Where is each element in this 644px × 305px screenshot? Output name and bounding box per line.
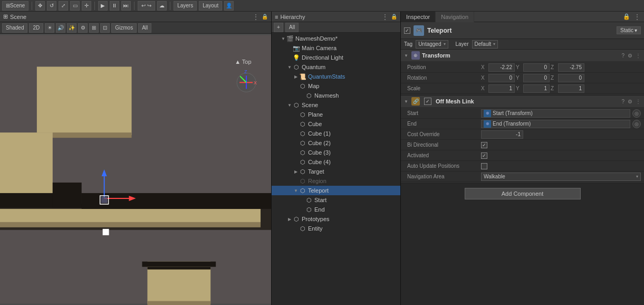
end-select-btn[interactable]: ◎ <box>632 120 641 128</box>
rot-y-input[interactable] <box>523 74 550 82</box>
scene-tab[interactable]: ⊞ Scene <box>2 1 28 11</box>
tree-item-end[interactable]: ⬡End <box>272 205 400 214</box>
gizmos-dropdown[interactable]: Gizmos <box>111 23 137 33</box>
scene-lock-icon[interactable]: 🔒 <box>262 14 268 20</box>
move-tool[interactable]: ✥ <box>35 1 45 11</box>
static-button[interactable]: Static ▾ <box>617 26 641 34</box>
all-btn[interactable]: All <box>138 23 151 33</box>
tag-dropdown[interactable]: Untagged <box>416 40 448 49</box>
pos-z-input[interactable] <box>558 63 584 72</box>
transform-help-icon[interactable]: ? <box>621 53 624 59</box>
tree-item-start[interactable]: ⬡Start <box>272 195 400 205</box>
end-field[interactable]: ⊕ End (Transform) <box>481 120 630 128</box>
hierarchy-lock-icon[interactable]: 🔒 <box>391 14 397 20</box>
play-btn[interactable]: ▶ <box>98 1 108 11</box>
tree-item-cube4[interactable]: ⬡Cube (4) <box>272 157 400 167</box>
grid-btn[interactable]: ⊞ <box>89 23 99 33</box>
tree-item-cube3[interactable]: ⬡Cube (3) <box>272 148 400 157</box>
transform-settings-icon[interactable]: ⚙ <box>628 53 632 59</box>
hierarchy-add-btn[interactable]: + <box>274 23 283 32</box>
scene-panel-menu[interactable]: ⋮ <box>252 13 259 21</box>
snap-btn[interactable]: ⊡ <box>100 23 110 33</box>
scale-y-input[interactable] <box>523 84 550 93</box>
shaded-dropdown[interactable]: Shaded <box>2 23 27 33</box>
pause-btn[interactable]: ⏸ <box>110 1 119 11</box>
tree-item-target[interactable]: ▶⬡Target <box>272 167 400 176</box>
scene-options[interactable]: ⚙ <box>78 23 88 33</box>
transform-tool[interactable]: ✛ <box>82 1 91 11</box>
object-active-checkbox[interactable] <box>404 27 410 34</box>
transform-more-icon[interactable]: ⋮ <box>636 53 641 59</box>
layout-dropdown[interactable]: Layout <box>199 1 222 11</box>
scale-x-input[interactable] <box>488 84 515 93</box>
scene-viewport[interactable]: ▲ Top X Z <box>0 34 271 305</box>
scale-z-input[interactable] <box>558 84 584 93</box>
tree-item-prototypes[interactable]: ▶⬡Prototypes <box>272 214 400 224</box>
bi-directional-checkbox[interactable] <box>481 142 487 148</box>
pos-y-input[interactable] <box>523 63 550 72</box>
off-mesh-help-icon[interactable]: ? <box>621 99 624 104</box>
tree-arrow-teleport: ▼ <box>293 187 299 194</box>
rotate-tool[interactable]: ↺ <box>47 1 56 11</box>
account-icon[interactable]: 👤 <box>224 1 234 11</box>
step-btn[interactable]: ⏭ <box>121 1 131 11</box>
start-field[interactable]: ⊕ Start (Transform) <box>481 109 630 118</box>
audio-btn[interactable]: 🔊 <box>56 23 65 33</box>
hierarchy-all-btn[interactable]: All <box>285 23 299 32</box>
tag-label: Tag <box>404 41 412 47</box>
tree-item-entity[interactable]: ⬡Entity <box>272 224 400 233</box>
rot-x-input[interactable] <box>488 74 515 82</box>
object-name: Teleport <box>427 27 451 34</box>
2d-btn[interactable]: 2D <box>29 23 43 33</box>
object-icon: 🎮 <box>414 25 424 36</box>
transform-header[interactable]: ▼ ⊕ Transform ? ⚙ ⋮ <box>401 50 644 61</box>
off-mesh-more-icon[interactable]: ⋮ <box>636 99 641 104</box>
light-btn[interactable]: ☀ <box>45 23 54 33</box>
undo-redo[interactable]: ↩ ↪ <box>138 1 155 11</box>
tree-icon-cube4: ⬡ <box>299 158 306 166</box>
scene-panel-header-right: ⋮ 🔒 <box>252 13 268 21</box>
activated-row: Activated <box>401 150 644 161</box>
start-select-btn[interactable]: ◎ <box>632 109 641 118</box>
svg-rect-21 <box>103 229 109 235</box>
auto-update-checkbox[interactable] <box>481 163 487 169</box>
pos-x-input[interactable] <box>488 63 515 72</box>
inspector-lock-icon[interactable]: 🔒 <box>623 13 630 20</box>
layer-dropdown[interactable]: Default <box>472 40 498 49</box>
tree-item-quantum[interactable]: ▼⬡Quantum <box>272 62 400 72</box>
tree-label-plane: Plane <box>308 111 323 118</box>
rot-z-input[interactable] <box>558 74 584 82</box>
tree-item-map[interactable]: ⬡Map <box>272 81 400 91</box>
off-mesh-settings-icon[interactable]: ⚙ <box>628 99 632 104</box>
scale-y-label: Y <box>516 85 522 91</box>
tree-item-quantumStats[interactable]: ▶📜QuantumStats <box>272 72 400 81</box>
tree-item-scene[interactable]: ▼⬡Scene <box>272 100 400 110</box>
cost-override-input[interactable] <box>481 130 523 139</box>
tree-item-region[interactable]: ⬡Region <box>272 176 400 186</box>
inspector-menu-icon[interactable]: ⋮ <box>633 13 641 21</box>
tree-item-navmeshDemo[interactable]: ▼🎬NavmeshDemo* <box>272 34 400 43</box>
tree-item-cube2[interactable]: ⬡Cube (2) <box>272 138 400 148</box>
add-component-button[interactable]: Add Component <box>465 188 581 199</box>
activated-checkbox[interactable] <box>481 152 487 159</box>
tree-item-cube1[interactable]: ⬡Cube (1) <box>272 129 400 138</box>
hierarchy-panel-menu[interactable]: ⋮ <box>381 13 389 21</box>
tree-item-cube[interactable]: ⬡Cube <box>272 119 400 129</box>
tab-navigation[interactable]: Navigation <box>436 12 474 22</box>
tree-arrow-cube4 <box>293 159 299 165</box>
scale-tool[interactable]: ⤢ <box>59 1 68 11</box>
off-mesh-link-header[interactable]: ▼ 🔗 Off Mesh Link ? ⚙ ⋮ <box>401 96 644 107</box>
nav-area-dropdown[interactable]: Walkable <box>481 173 641 181</box>
svg-rect-2 <box>37 66 132 135</box>
off-mesh-enabled-checkbox[interactable] <box>424 98 431 105</box>
tree-item-directionalLight[interactable]: 💡Directional Light <box>272 53 400 62</box>
tree-item-plane[interactable]: ⬡Plane <box>272 110 400 119</box>
tree-item-navmesh[interactable]: ⬡Navmesh <box>272 91 400 100</box>
tree-item-mainCamera[interactable]: 📷Main Camera <box>272 43 400 53</box>
fx-btn[interactable]: ✨ <box>67 23 76 33</box>
layers-dropdown[interactable]: Layers <box>174 1 197 11</box>
tab-inspector[interactable]: Inspector <box>401 12 436 22</box>
cloud-icon[interactable]: ☁ <box>157 1 167 11</box>
rect-tool[interactable]: ▭ <box>70 1 80 11</box>
tree-item-teleport[interactable]: ▼⬡Teleport <box>272 186 400 195</box>
